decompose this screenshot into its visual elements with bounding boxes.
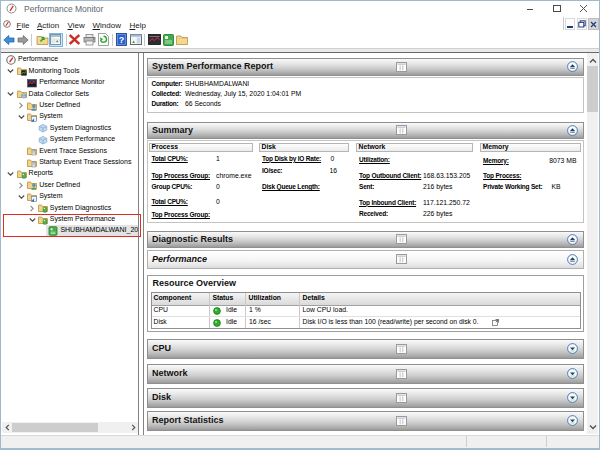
- svg-text:?: ?: [118, 35, 124, 45]
